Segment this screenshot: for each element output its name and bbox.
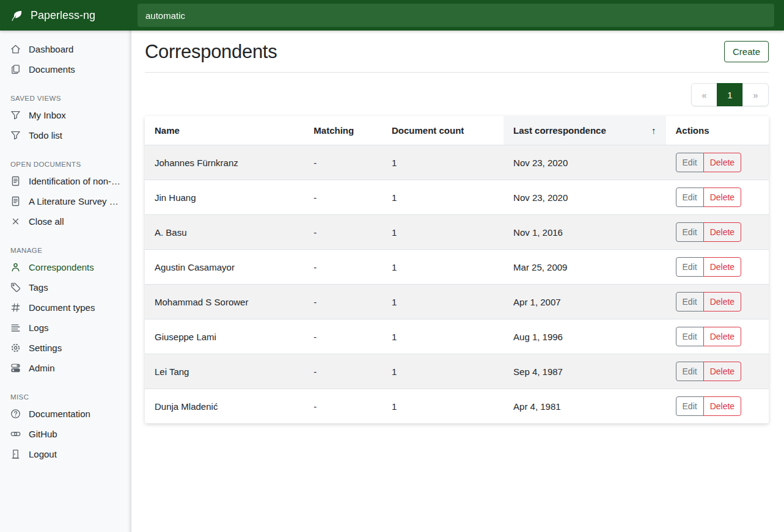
sidebar-item-my-inbox[interactable]: My Inbox [0,105,131,125]
column-header-last-correspondence[interactable]: Last correspondence ↑ [504,116,665,145]
cell-last-correspondence: Mar 25, 2009 [504,250,665,285]
sidebar-item-close-all[interactable]: Close all [0,211,131,231]
delete-button[interactable]: Delete [703,396,741,416]
sidebar-item-label: Close all [29,216,64,227]
edit-button[interactable]: Edit [676,222,704,242]
sidebar-item-settings[interactable]: Settings [0,338,131,358]
column-header-document-count[interactable]: Document count [382,116,504,145]
row-action-group: Edit Delete [676,327,742,346]
cell-actions: Edit Delete [666,145,769,180]
sidebar-item-label: Identification of non-fu... [29,176,121,186]
sidebar-item-logs[interactable]: Logs [0,318,131,338]
edit-button[interactable]: Edit [676,257,704,277]
cell-name: Giuseppe Lami [145,319,304,354]
leaf-logo-icon [10,9,23,22]
create-button[interactable]: Create [724,41,769,62]
cell-matching: - [304,215,382,250]
pagination-next[interactable]: » [742,83,769,106]
sidebar-heading-saved-views: SAVED VIEWS [10,95,121,102]
sidebar-item-admin[interactable]: Admin [0,358,131,378]
page-title: Correspondents [145,41,277,63]
sidebar-item-logout[interactable]: Logout [0,444,131,464]
search-input[interactable] [137,4,774,27]
sidebar-item-open-document-2[interactable]: A Literature Survey on ... [0,191,131,211]
cell-name: Dunja Mladenić [145,389,304,424]
text-lines-icon [10,322,21,333]
sidebar-item-github[interactable]: GitHub [0,424,131,444]
cell-document-count: 1 [382,145,504,180]
sidebar-item-label: A Literature Survey on ... [29,196,121,206]
delete-button[interactable]: Delete [703,257,741,277]
sidebar-item-correspondents[interactable]: Correspondents [0,257,131,277]
sidebar-item-open-document-1[interactable]: Identification of non-fu... [0,171,131,191]
delete-button[interactable]: Delete [703,327,741,346]
sidebar-item-label: GitHub [29,429,57,439]
top-navbar: Paperless-ng [0,0,784,31]
sidebar: Dashboard Documents SAVED VIEWS My Inbox… [0,31,131,532]
row-action-group: Edit Delete [676,188,742,207]
edit-button[interactable]: Edit [676,153,704,172]
cell-last-correspondence: Aug 1, 1996 [504,319,665,354]
cell-last-correspondence: Nov 1, 2016 [504,215,665,250]
pagination-prev[interactable]: « [691,83,717,106]
cell-document-count: 1 [382,285,504,319]
sidebar-item-label: Todo list [29,130,62,140]
sidebar-item-documents[interactable]: Documents [0,59,131,79]
files-icon [10,64,21,75]
delete-button[interactable]: Delete [703,153,741,172]
correspondents-table-card: Name Matching Document count Last corres… [145,116,769,423]
column-header-matching: Matching [304,116,382,145]
pagination: « 1 » [691,83,769,106]
table-row: Agustin Casamayor - 1 Mar 25, 2009 Edit … [145,250,769,285]
cell-matching: - [304,389,382,424]
row-action-group: Edit Delete [676,222,742,242]
column-header-label: Last correspondence [513,125,606,136]
row-action-group: Edit Delete [676,362,742,381]
table-row: Johannes Fürnkranz - 1 Nov 23, 2020 Edit… [145,145,769,180]
row-action-group: Edit Delete [676,292,742,312]
sidebar-item-dashboard[interactable]: Dashboard [0,39,131,59]
delete-button[interactable]: Delete [703,362,741,381]
cell-last-correspondence: Apr 4, 1981 [504,389,665,424]
hash-icon [10,302,21,313]
table-row: Mohammad S Sorower - 1 Apr 1, 2007 Edit … [145,285,769,319]
funnel-icon [10,130,21,140]
cell-name: Johannes Fürnkranz [145,145,304,180]
edit-button[interactable]: Edit [676,327,704,346]
column-header-actions: Actions [666,116,769,145]
sidebar-item-tags[interactable]: Tags [0,277,131,297]
table-row: Jin Huang - 1 Nov 23, 2020 Edit Delete [145,180,769,215]
cell-matching: - [304,285,382,319]
toggles-icon [10,363,21,373]
delete-button[interactable]: Delete [703,222,741,242]
sort-ascending-icon: ↑ [647,125,656,136]
sidebar-item-todo-list[interactable]: Todo list [0,125,131,145]
edit-button[interactable]: Edit [676,188,704,207]
cell-matching: - [304,145,382,180]
sidebar-item-document-types[interactable]: Document types [0,297,131,318]
sidebar-item-documentation[interactable]: Documentation [0,404,131,424]
cell-matching: - [304,354,382,389]
sidebar-item-label: Admin [29,363,55,373]
pagination-page-current[interactable]: 1 [717,83,743,106]
delete-button[interactable]: Delete [703,292,741,312]
main-content: Correspondents Create « 1 » Name Matchin… [131,31,784,423]
delete-button[interactable]: Delete [703,188,741,207]
edit-button[interactable]: Edit [676,362,704,381]
row-action-group: Edit Delete [676,153,742,172]
correspondents-table-body: Johannes Fürnkranz - 1 Nov 23, 2020 Edit… [145,145,769,424]
sidebar-item-label: Document types [29,302,95,313]
cell-name: Mohammad S Sorower [145,285,304,319]
sidebar-item-label: Correspondents [29,262,94,272]
cell-document-count: 1 [382,354,504,389]
cell-actions: Edit Delete [666,250,769,285]
edit-button[interactable]: Edit [676,292,704,312]
column-header-name[interactable]: Name [145,116,304,145]
brand[interactable]: Paperless-ng [0,0,131,31]
edit-button[interactable]: Edit [676,396,704,416]
cell-name: Agustin Casamayor [145,250,304,285]
table-row: A. Basu - 1 Nov 1, 2016 Edit Delete [145,215,769,250]
cell-actions: Edit Delete [666,285,769,319]
cell-name: Lei Tang [145,354,304,389]
cell-document-count: 1 [382,180,504,215]
